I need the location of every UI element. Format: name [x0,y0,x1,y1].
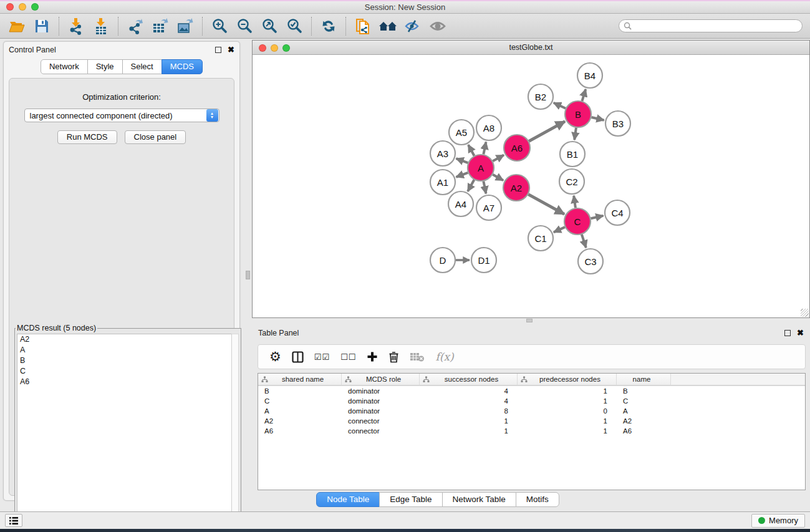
mcds-result-item[interactable]: A [17,345,232,355]
table-row[interactable]: Bdominator41B [258,386,805,396]
graph-node-D[interactable]: D [430,248,455,273]
graph-node-B3[interactable]: B3 [605,111,630,136]
graph-node-B4[interactable]: B4 [577,63,602,88]
table-cell[interactable]: 1 [518,397,617,405]
search-input[interactable] [635,22,802,31]
hide-graphics-button[interactable] [402,16,423,36]
graph-node-B2[interactable]: B2 [528,84,553,109]
table-cell[interactable]: connector [342,417,420,425]
graph-node-C2[interactable]: C2 [559,169,584,194]
export-image-button[interactable] [175,16,196,36]
graph-node-A6[interactable]: A6 [504,135,530,161]
graph-node-A2[interactable]: A2 [503,175,529,201]
save-session-button[interactable] [31,16,52,36]
zoom-selected-button[interactable] [284,16,305,36]
graph-edge-A-A7[interactable] [483,181,486,194]
graph-edge-A-A8[interactable] [483,142,486,155]
graph-node-C[interactable]: C [564,208,591,235]
network-minimize-button[interactable] [271,44,278,52]
run-mcds-button[interactable]: Run MCDS [57,130,117,144]
table-cell[interactable]: 4 [420,387,518,395]
tab-node-table[interactable]: Node Table [316,492,380,507]
network-window-titlebar[interactable]: testGlobe.txt [253,41,809,55]
minimize-window-button[interactable] [19,3,26,11]
graph-edge-A-A6[interactable] [493,155,504,162]
export-table-button[interactable] [150,16,171,36]
table-row[interactable]: Adominator80A [258,406,805,416]
table-cell[interactable]: A6 [258,427,342,435]
column-header-name[interactable]: name [617,374,671,385]
column-header-successor-nodes[interactable]: successor nodes [420,374,518,385]
graph-node-B1[interactable]: B1 [560,142,585,167]
float-panel-icon[interactable] [215,47,221,53]
table-cell[interactable]: 1 [518,417,617,425]
memory-button[interactable]: Memory [751,514,805,528]
delete-table-icon[interactable] [410,352,425,362]
tab-edge-table[interactable]: Edge Table [379,492,442,507]
graph-node-B[interactable]: B [565,101,591,127]
table-cell[interactable]: B [617,387,671,395]
graph-edge-B-B3[interactable] [591,117,604,120]
table-cell[interactable]: 4 [420,397,518,405]
table-cell[interactable]: 0 [518,407,617,415]
graph-edge-C-C2[interactable] [574,196,576,208]
table-cell[interactable]: C [617,397,671,405]
graph-edge-A-A4[interactable] [468,180,474,191]
table-cell[interactable]: A6 [617,427,671,435]
vertical-splitter-handle[interactable] [246,271,250,279]
network-zoom-button[interactable] [282,44,290,52]
column-header-shared-name[interactable]: shared name [258,374,342,385]
column-header-predecessor-nodes[interactable]: predecessor nodes [518,374,617,385]
close-panel-icon[interactable]: ✖ [228,47,234,53]
table-cell[interactable]: 1 [420,417,518,425]
network-close-button[interactable] [259,44,266,52]
graph-edge-A-A2[interactable] [493,175,503,180]
table-cell[interactable]: 1 [518,387,617,395]
mcds-result-item[interactable]: A6 [17,377,232,387]
column-manager-icon[interactable] [292,351,304,363]
home-button[interactable] [377,16,398,36]
tab-network[interactable]: Network [41,59,88,74]
tab-mcds[interactable]: MCDS [162,59,203,74]
window-resize-grip[interactable] [801,309,809,317]
settings-gear-icon[interactable]: ⚙ [269,349,281,364]
graph-node-A4[interactable]: A4 [448,191,473,216]
table-float-panel-icon[interactable] [784,330,791,336]
node-table[interactable]: shared nameMCDS rolesuccessor nodesprede… [258,373,806,490]
search-field[interactable] [619,19,803,32]
graph-node-A3[interactable]: A3 [430,141,455,166]
table-cell[interactable]: A [258,407,342,415]
graph-edge-A-A1[interactable] [456,173,468,177]
graph-edge-B-B2[interactable] [554,103,566,109]
column-header-MCDS-role[interactable]: MCDS role [342,374,420,385]
delete-icon[interactable] [388,351,399,363]
graph-node-C4[interactable]: C4 [605,200,630,225]
horizontal-splitter-handle[interactable] [526,319,533,322]
mcds-result-item[interactable]: B [17,355,232,366]
show-graphics-button[interactable] [427,16,448,36]
tab-select[interactable]: Select [122,59,162,74]
table-cell[interactable]: A [617,407,671,415]
close-window-button[interactable] [6,3,14,11]
table-close-panel-icon[interactable]: ✖ [797,330,804,336]
select-all-icon[interactable]: ☑☑ [314,352,330,362]
open-file-button[interactable] [6,16,27,36]
zoom-window-button[interactable] [31,3,39,11]
graph-node-C1[interactable]: C1 [528,226,553,251]
mcds-result-item[interactable]: C [17,366,232,377]
graph-edge-B-B1[interactable] [574,128,576,140]
graph-edge-A2-C[interactable] [528,195,564,215]
graph-edge-C-C3[interactable] [582,235,586,248]
task-history-button[interactable] [5,514,22,527]
zoom-fit-button[interactable] [259,16,280,36]
function-builder-icon[interactable]: f(x) [435,351,453,363]
deselect-all-icon[interactable]: ☐☐ [340,352,356,362]
graph-node-A8[interactable]: A8 [476,115,501,140]
mcds-result-item[interactable]: A2 [17,334,232,345]
graph-edge-A6-B[interactable] [529,122,565,142]
tab-network-table[interactable]: Network Table [442,492,516,507]
table-row[interactable]: Cdominator41C [258,396,805,406]
table-cell[interactable]: A2 [258,417,342,425]
refresh-button[interactable] [318,16,339,36]
graph-node-A7[interactable]: A7 [476,195,501,220]
